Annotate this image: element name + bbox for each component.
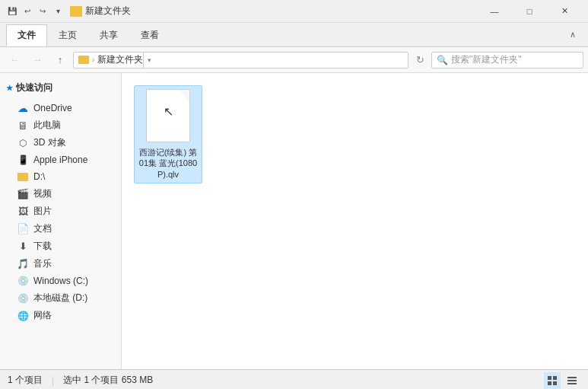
nav-bar: ← → ↑ › 新建文件夹 ▾ ↻ 🔍 搜索"新建文件夹" (0, 47, 588, 73)
items-count: 1 个项目 (8, 374, 43, 387)
refresh-button[interactable]: ↻ (412, 52, 428, 69)
file-grid: ↖ 西游记(续集) 第01集 蓝光(1080P).qlv (134, 85, 576, 183)
ribbon: 文件 主页 共享 查看 ∧ (0, 23, 588, 47)
up-button[interactable]: ↑ (50, 50, 70, 70)
svg-rect-3 (553, 381, 557, 385)
sidebar-item-local-d[interactable]: 💿 本地磁盘 (D:) (0, 289, 121, 307)
ribbon-tabs: 文件 主页 共享 查看 ∧ (0, 23, 588, 46)
quick-access-section: ★ 快速访问 (0, 79, 121, 97)
sidebar-label-network: 网络 (33, 309, 52, 322)
breadcrumb-separator: › (92, 56, 94, 64)
main-area: ★ 快速访问 ☁ OneDrive 🖥 此电脑 ⬡ 3D 对象 📱 Apple … (0, 73, 588, 369)
view-toggle-group (544, 372, 580, 389)
search-placeholder: 搜索"新建文件夹" (451, 53, 522, 66)
save-icon: 💾 (6, 5, 18, 18)
window-controls: — □ ✕ (477, 0, 582, 23)
local-d-icon: 💿 (17, 292, 29, 305)
breadcrumb-root (78, 56, 89, 64)
sidebar-item-music[interactable]: 🎵 音乐 (0, 255, 121, 273)
sidebar-item-downloads[interactable]: ⬇ 下载 (0, 238, 121, 255)
file-name-label: 西游记(续集) 第01集 蓝光(1080P).qlv (138, 147, 199, 180)
file-icon: ↖ (144, 89, 192, 144)
quick-access-label: 快速访问 (16, 81, 52, 94)
file-area[interactable]: ↖ 西游记(续集) 第01集 蓝光(1080P).qlv (122, 73, 588, 369)
tab-home[interactable]: 主页 (47, 24, 88, 46)
dropdown-icon[interactable]: ▾ (52, 5, 64, 18)
maximize-button[interactable]: □ (512, 0, 547, 23)
video-icon: 🎬 (17, 188, 29, 200)
file-item[interactable]: ↖ 西游记(续集) 第01集 蓝光(1080P).qlv (134, 85, 202, 183)
sidebar-label-pictures: 图片 (33, 205, 52, 218)
search-bar[interactable]: 🔍 搜索"新建文件夹" (431, 52, 583, 69)
window-title: 新建文件夹 (85, 5, 477, 18)
windows-c-icon: 💿 (17, 275, 29, 287)
sidebar-label-downloads: 下载 (33, 240, 52, 253)
title-bar-icons: 💾 ↩ ↪ ▾ (6, 5, 64, 18)
sidebar-item-3d[interactable]: ⬡ 3D 对象 (0, 134, 121, 151)
list-view-button[interactable] (564, 372, 580, 389)
sidebar-item-documents[interactable]: 📄 文档 (0, 220, 121, 238)
document-icon: 📄 (17, 223, 29, 235)
download-icon: ⬇ (17, 241, 29, 253)
title-bar: 💾 ↩ ↪ ▾ 新建文件夹 — □ ✕ (0, 0, 588, 23)
music-icon: 🎵 (17, 258, 29, 270)
sidebar: ★ 快速访问 ☁ OneDrive 🖥 此电脑 ⬡ 3D 对象 📱 Apple … (0, 73, 122, 369)
sidebar-item-network[interactable]: 🌐 网络 (0, 307, 121, 324)
picture-icon: 🖼 (17, 206, 29, 218)
breadcrumb-bar[interactable]: › 新建文件夹 ▾ (73, 52, 408, 69)
file-page-shape (146, 89, 190, 142)
sidebar-item-iphone[interactable]: 📱 Apple iPhone (0, 151, 121, 168)
sidebar-label-windows-c: Windows (C:) (33, 276, 88, 286)
network-icon: 🌐 (17, 310, 29, 322)
sidebar-label-d-drive: D:\ (33, 171, 45, 182)
status-bar: 1 个项目 | 选中 1 个项目 653 MB (0, 369, 588, 389)
redo-icon: ↪ (37, 5, 49, 18)
grid-view-button[interactable] (544, 372, 561, 389)
svg-rect-4 (567, 377, 577, 378)
tab-file[interactable]: 文件 (6, 24, 47, 46)
sidebar-label-this-pc: 此电脑 (33, 119, 61, 132)
minimize-button[interactable]: — (477, 0, 512, 23)
sidebar-label-local-d: 本地磁盘 (D:) (33, 292, 87, 305)
forward-button[interactable]: → (27, 50, 47, 70)
selected-info: 选中 1 个项目 653 MB (63, 374, 153, 387)
quick-access-header[interactable]: ★ 快速访问 (0, 79, 121, 97)
sidebar-label-iphone: Apple iPhone (33, 155, 87, 165)
sidebar-item-pictures[interactable]: 🖼 图片 (0, 202, 121, 220)
back-button[interactable]: ← (5, 50, 24, 70)
tab-view[interactable]: 查看 (129, 24, 170, 46)
computer-icon: 🖥 (17, 120, 29, 132)
search-icon: 🔍 (437, 55, 448, 65)
sidebar-label-documents: 文档 (33, 222, 52, 235)
svg-rect-1 (553, 376, 557, 380)
iphone-icon: 📱 (17, 154, 29, 166)
list-view-icon (567, 375, 577, 386)
sidebar-item-onedrive[interactable]: ☁ OneDrive (0, 100, 121, 116)
svg-rect-6 (567, 383, 577, 384)
svg-rect-2 (548, 381, 551, 385)
d-drive-icon (17, 171, 29, 183)
sidebar-label-3d: 3D 对象 (33, 136, 66, 149)
expand-icon: ★ (6, 84, 13, 92)
sidebar-item-this-pc[interactable]: 🖥 此电脑 (0, 116, 121, 134)
status-divider: | (52, 375, 54, 386)
close-button[interactable]: ✕ (547, 0, 582, 23)
3d-icon: ⬡ (17, 137, 29, 149)
onedrive-icon: ☁ (17, 102, 29, 114)
undo-icon: ↩ (21, 5, 33, 18)
title-folder-icon (70, 6, 82, 17)
tab-share[interactable]: 共享 (88, 24, 129, 46)
sidebar-label-videos: 视频 (33, 187, 52, 200)
breadcrumb-current: 新建文件夹 (97, 53, 143, 66)
sidebar-item-windows-c[interactable]: 💿 Windows (C:) (0, 273, 121, 289)
ribbon-expand-button[interactable]: ∧ (564, 23, 582, 46)
svg-rect-0 (548, 376, 551, 380)
grid-view-icon (547, 375, 558, 386)
sidebar-item-videos[interactable]: 🎬 视频 (0, 185, 121, 202)
sidebar-label-onedrive: OneDrive (33, 103, 72, 113)
svg-rect-5 (567, 380, 577, 381)
sidebar-label-music: 音乐 (33, 257, 52, 270)
breadcrumb-folder-icon (78, 56, 89, 64)
breadcrumb-dropdown-button[interactable]: ▾ (143, 52, 155, 69)
sidebar-item-d-drive[interactable]: D:\ (0, 168, 121, 185)
